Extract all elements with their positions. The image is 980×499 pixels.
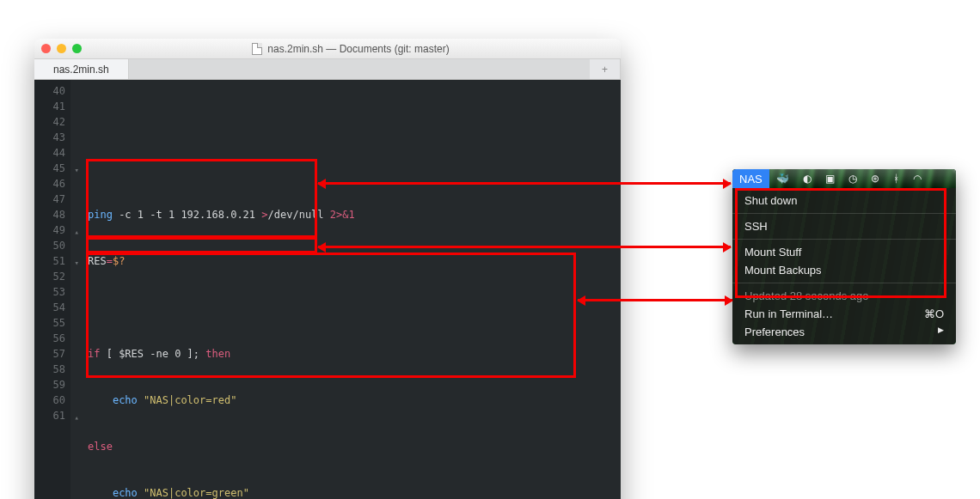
document-icon — [252, 43, 262, 55]
menu-item-mount-stuff[interactable]: Mount Stuff — [732, 243, 956, 261]
tab-nas-2min[interactable]: nas.2min.sh — [34, 59, 129, 79]
tab-bar: nas.2min.sh + — [34, 59, 621, 80]
titlebar: nas.2min.sh — Documents (git: master) — [34, 39, 621, 59]
line-numbers: 404142434445▾46474849▴5051▾5253545556575… — [34, 80, 70, 499]
wifi-icon[interactable]: ◠ — [906, 169, 928, 188]
tab-label: nas.2min.sh — [53, 64, 109, 76]
code-line — [88, 161, 621, 176]
minimize-button[interactable] — [57, 44, 66, 53]
menubar-label: NAS — [739, 173, 763, 186]
disk-icon[interactable]: ◐ — [796, 169, 818, 188]
code-line: ping -c 1 -t 1 192.168.0.21 >/dev/null 2… — [88, 207, 621, 222]
menu-item-run-terminal[interactable]: Run in Terminal…⌘O — [732, 305, 956, 323]
zoom-button[interactable] — [72, 44, 82, 53]
menu-item-ssh[interactable]: SSH — [732, 217, 956, 235]
menu-item-updated: Updated 28 seconds ago — [732, 287, 956, 305]
code-line: echo "NAS|color=red" — [88, 393, 621, 408]
menubar-item-nas[interactable]: NAS — [732, 169, 769, 188]
docker-icon[interactable]: 🐳 — [769, 169, 796, 188]
menubar: NAS 🐳 ◐ ▣ ◷ ⊛ ᚼ ◠ — [732, 169, 956, 188]
airdrop-icon[interactable]: ⊛ — [864, 169, 886, 188]
code-line: else — [88, 439, 621, 454]
code-line: echo "NAS|color=green" — [88, 485, 621, 499]
code-area[interactable]: 404142434445▾46474849▴5051▾5253545556575… — [34, 80, 621, 499]
menubar-panel: NAS 🐳 ◐ ▣ ◷ ⊛ ᚼ ◠ Shut down SSH Mount St… — [732, 169, 956, 344]
code-line: if [ $RES -ne 0 ]; then — [88, 346, 621, 362]
code-line — [88, 114, 621, 130]
menu-item-mount-backups[interactable]: Mount Backups — [732, 261, 956, 279]
window-title: nas.2min.sh — Documents (git: master) — [267, 43, 449, 55]
clock-icon[interactable]: ◷ — [842, 169, 864, 188]
traffic-lights — [41, 44, 82, 53]
code-content[interactable]: ping -c 1 -t 1 192.168.0.21 >/dev/null 2… — [70, 80, 621, 499]
code-line — [88, 300, 621, 315]
new-tab-button[interactable]: + — [590, 59, 621, 79]
close-button[interactable] — [41, 44, 51, 53]
menu-item-preferences[interactable]: Preferences — [732, 323, 956, 341]
bluetooth-icon[interactable]: ᚼ — [886, 169, 906, 188]
dropdown-menu: Shut down SSH Mount Stuff Mount Backups … — [732, 188, 956, 344]
editor-window: nas.2min.sh — Documents (git: master) na… — [34, 39, 621, 499]
display-icon[interactable]: ▣ — [818, 169, 842, 188]
code-line: RES=$? — [88, 253, 621, 269]
menu-item-shutdown[interactable]: Shut down — [732, 192, 956, 210]
